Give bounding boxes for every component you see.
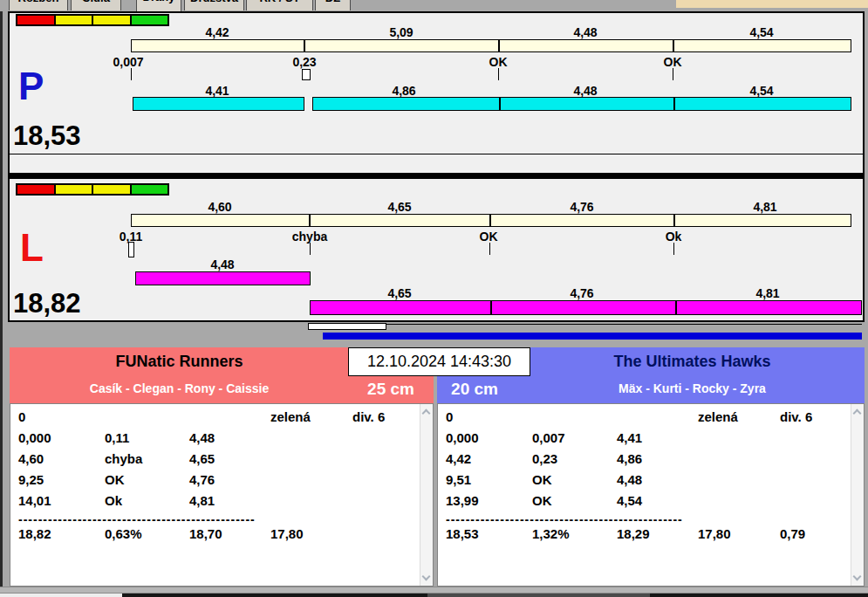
checkpoint-label: OK: [664, 55, 682, 69]
vertical-scrollbar[interactable]: [851, 404, 864, 586]
cell: 4,76: [189, 472, 215, 487]
ruler-divider: [673, 40, 674, 51]
tab-drahy[interactable]: Dráhy: [136, 0, 181, 11]
bar-divider: [490, 301, 492, 314]
table-row: 4,42 0,23 4,86: [438, 451, 850, 469]
checkpoint-marker-box: [302, 69, 311, 80]
bar-divider: [499, 98, 501, 110]
team-left-results-table[interactable]: 0 zelená div. 6 0,000 0,11 4,48 4,60 chy…: [10, 403, 434, 587]
light-red-icon: [17, 16, 54, 24]
team-right-distance: 20 cm: [437, 380, 512, 399]
checkpoint-tick: [673, 68, 673, 80]
tab-label: Dráhy: [143, 0, 175, 3]
table-row: 0 zelená div. 6: [438, 409, 850, 427]
total-cell: 17,80: [698, 526, 731, 541]
table-row: 4,60 chyba 4,65: [10, 451, 419, 469]
scroll-down-icon[interactable]: [853, 573, 862, 581]
cell: 4,48: [617, 472, 642, 487]
cell: OK: [532, 472, 552, 487]
cell: 4,41: [617, 430, 642, 445]
panel-divider-line: [10, 154, 863, 154]
bar-time-label: 4,54: [749, 84, 773, 98]
cell: 4,65: [189, 451, 215, 466]
screen-bottom-strip: [427, 594, 650, 597]
segment-time-label: 4,81: [753, 200, 776, 214]
bar-time-label: 4,48: [210, 257, 234, 271]
table-dashed-divider: ----------------------------------------…: [18, 512, 261, 525]
background-window-strip: [676, 0, 868, 8]
cell: 0: [18, 409, 25, 424]
checkpoint-label: OK: [480, 230, 498, 244]
bar-divider: [675, 301, 677, 314]
bar-divider: [673, 98, 675, 110]
table-row: 0,000 0,007 4,41: [438, 430, 850, 448]
cell: 9,51: [446, 472, 471, 487]
bar-time-label: 4,65: [387, 286, 411, 300]
cell: 0,23: [532, 451, 557, 466]
total-cell: 0,79: [780, 526, 805, 541]
cell: 0,007: [532, 430, 565, 445]
cell: OK: [105, 472, 125, 487]
lane-panel-p: 4,42 5,09 4,48 4,54 0,007 0,23 OK OK P 4…: [8, 11, 865, 175]
cell: 4,48: [189, 430, 215, 445]
table-totals-row: 18,82 0,63% 18,70 17,80: [10, 526, 419, 544]
total-cell: 0,63%: [105, 526, 142, 541]
ruler-divider: [489, 215, 491, 226]
total-cell: 17,80: [270, 526, 304, 541]
team-left-members: Casík - Clegan - Rony - Caissie: [10, 381, 349, 395]
bar-time-label: 4,81: [755, 286, 779, 300]
ruler-bar-p: [131, 39, 851, 52]
table-dashed-divider: ----------------------------------------…: [446, 512, 688, 525]
ruler-bar-l: [131, 214, 851, 227]
ruler-divider: [498, 40, 500, 51]
screen-bottom-strip: [650, 594, 868, 597]
tab-label: DZ: [325, 0, 340, 4]
tab-rk-st[interactable]: RK / ST: [246, 0, 313, 10]
cell: 0: [446, 409, 453, 424]
scroll-up-icon[interactable]: [422, 409, 431, 418]
segment-time-label: 4,54: [749, 25, 773, 39]
total-cell: 18,70: [189, 526, 222, 541]
ruler-divider: [304, 40, 305, 51]
tab-dz[interactable]: DZ: [315, 0, 351, 10]
total-cell: 18,82: [18, 526, 51, 541]
cell: 0,000: [18, 430, 51, 445]
ruler-divider: [673, 215, 675, 226]
checkpoint-label: 0,23: [292, 55, 316, 69]
bar-time-label: 4,76: [570, 286, 593, 300]
lane-panel-l: 4,60 4,65 4,76 4,81 0,11 chyba OK Ok L 4…: [8, 175, 865, 322]
light-yellow-icon: [56, 185, 92, 194]
progress-bar-blue: [323, 333, 862, 340]
table-row: 0 zelená div. 6: [10, 409, 419, 427]
table-row: 13,99 OK 4,54: [438, 493, 850, 511]
team-left-name: FUNatic Runners: [10, 353, 349, 371]
team-right-results-table[interactable]: 0 zelená div. 6 0,000 0,007 4,41 4,42 0,…: [437, 403, 865, 587]
checkpoint-label: OK: [489, 55, 508, 69]
team-right-members: Mäx - Kurti - Rocky - Zyra: [520, 381, 865, 395]
checkpoint-label: Ok: [666, 230, 682, 244]
cell: 4,54: [617, 493, 642, 508]
scroll-up-icon[interactable]: [853, 409, 862, 418]
tab-cidla[interactable]: Čidla: [71, 0, 121, 10]
cell: 4,86: [617, 451, 642, 466]
lane-total-l: 18,82: [13, 290, 81, 317]
checkpoint-label: chyba: [292, 230, 327, 244]
cell: zelená: [270, 409, 311, 424]
bar-time-label: 4,41: [205, 84, 229, 98]
cell: 0,11: [105, 430, 129, 445]
lane-letter-p: P: [18, 67, 44, 106]
tab-label: RK / ST: [259, 0, 299, 4]
tab-rozbeh[interactable]: Rozběh: [9, 0, 68, 10]
horizontal-scrollbar[interactable]: [0, 587, 868, 594]
cell: 13,99: [446, 493, 479, 508]
scroll-down-icon[interactable]: [422, 573, 431, 581]
cell: chyba: [105, 451, 142, 466]
lane-letter-l: L: [20, 229, 44, 267]
bar-time-label: 4,86: [392, 84, 415, 98]
vertical-scrollbar[interactable]: [420, 404, 433, 586]
datetime-display: 12.10.2024 14:43:30: [348, 347, 530, 376]
tab-label: Družstva: [190, 0, 238, 4]
total-cell: 18,29: [617, 526, 650, 541]
tab-druzstva[interactable]: Družstva: [184, 0, 244, 10]
window-left-edge: [0, 11, 3, 587]
